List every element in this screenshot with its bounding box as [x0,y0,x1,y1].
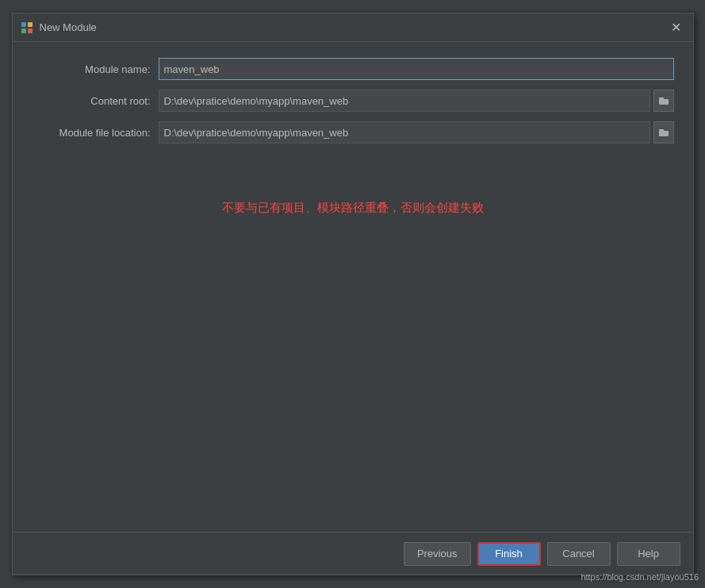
svg-rect-0 [21,22,26,27]
module-name-row: Module name: [32,58,674,80]
help-button[interactable]: Help [617,542,680,566]
new-module-dialog: New Module ✕ Module name: Content root: [12,13,694,575]
svg-rect-3 [28,29,33,33]
svg-rect-5 [659,97,664,100]
title-bar-left: New Module [21,21,97,34]
dialog-footer: Previous Finish Cancel Help [13,532,693,575]
svg-rect-6 [659,131,669,136]
content-root-row: Content root: [32,90,674,112]
module-file-location-label: Module file location: [32,127,159,139]
content-root-browse-button[interactable] [653,90,674,112]
module-file-location-row: Module file location: [32,121,674,143]
cancel-button[interactable]: Cancel [547,542,611,566]
svg-rect-4 [659,99,669,105]
dialog-content: Module name: Content root: Module file l… [13,42,693,532]
module-icon [21,21,33,34]
dialog-title: New Module [40,21,97,33]
module-name-label: Module name: [32,63,159,75]
title-bar: New Module ✕ [13,13,693,42]
warning-message: 不要与已有项目、模块路径重叠，否则会创建失败 [32,200,674,216]
content-root-input[interactable] [159,90,650,112]
module-file-location-browse-button[interactable] [653,121,674,143]
module-file-location-input[interactable] [159,121,650,143]
module-name-input-wrapper [159,58,674,80]
previous-button[interactable]: Previous [404,542,471,566]
content-root-input-wrapper [159,90,674,112]
module-name-input[interactable] [159,58,674,80]
svg-rect-1 [28,22,33,27]
svg-rect-2 [21,29,26,33]
content-root-label: Content root: [32,95,159,107]
module-file-location-input-wrapper [159,121,674,143]
close-button[interactable]: ✕ [668,19,685,36]
finish-button[interactable]: Finish [477,542,541,566]
watermark: https://blog.csdn.net/jiayou516 [580,572,699,582]
svg-rect-7 [659,129,664,132]
